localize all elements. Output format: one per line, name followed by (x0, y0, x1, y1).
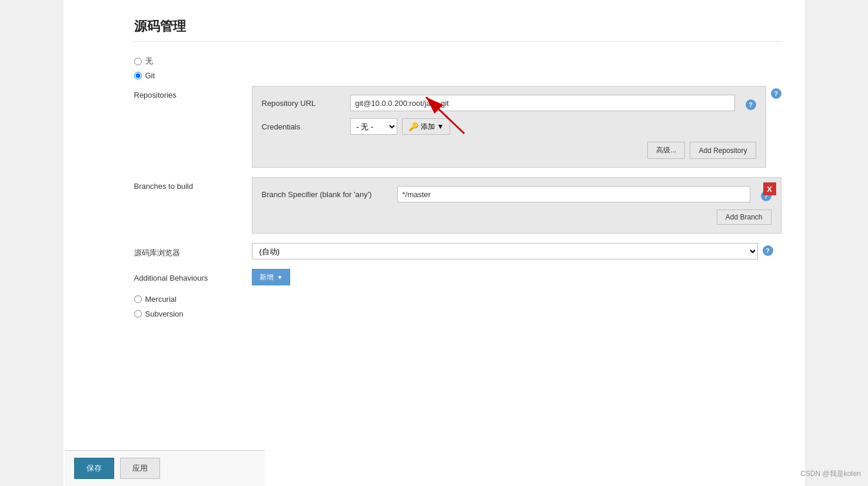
radio-subversion[interactable]: Subversion (134, 309, 781, 318)
credentials-controls: - 无 - 🔑 添加 ▼ (350, 118, 451, 135)
radio-subversion-input[interactable] (134, 310, 142, 318)
source-browser-section-row: 源码库浏览器 (自动) ? (134, 243, 781, 259)
add-credentials-button[interactable]: 🔑 添加 ▼ (402, 118, 451, 135)
radio-git[interactable]: Git (134, 71, 781, 80)
add-credentials-label: 添加 (421, 122, 435, 132)
repositories-label: Repositories (134, 86, 252, 99)
advanced-button[interactable]: 高级... (647, 142, 685, 159)
key-icon: 🔑 (408, 122, 418, 131)
bottom-radio-group: Mercurial Subversion (134, 295, 781, 318)
radio-git-input[interactable] (134, 72, 142, 79)
additional-behaviours-content: 新增 ▼ (252, 269, 291, 285)
radio-subversion-label: Subversion (145, 309, 184, 318)
radio-none-input[interactable] (134, 58, 142, 65)
add-branch-button[interactable]: Add Branch (717, 209, 771, 225)
branches-section-row: Branches to build X Branch Specifier (bl… (134, 177, 781, 234)
repo-buttons-row: 高级... Add Repository (262, 142, 756, 159)
repositories-section-help-icon[interactable]: ? (771, 88, 781, 99)
radio-none[interactable]: 无 (134, 56, 781, 66)
add-behaviour-label: 新增 (260, 272, 274, 282)
branches-label: Branches to build (134, 177, 252, 191)
radio-mercurial-label: Mercurial (145, 295, 177, 304)
remove-branch-button[interactable]: X (763, 182, 776, 195)
page-title: 源码管理 (134, 18, 781, 42)
save-button[interactable]: 保存 (74, 458, 114, 479)
apply-button[interactable]: 应用 (120, 458, 160, 479)
scm-radio-group: 无 Git (134, 56, 781, 80)
repo-url-label: Repository URL (262, 99, 344, 108)
source-browser-select[interactable]: (自动) (252, 243, 758, 259)
credentials-label: Credentials (262, 122, 344, 131)
additional-behaviours-row: Additional Behaviours 新增 ▼ (134, 269, 781, 285)
radio-mercurial-input[interactable] (134, 295, 142, 303)
radio-none-label: 无 (145, 56, 153, 66)
radio-mercurial[interactable]: Mercurial (134, 295, 781, 304)
credentials-select[interactable]: - 无 - (350, 118, 397, 135)
branch-specifier-input[interactable] (397, 186, 750, 202)
branches-content: X Branch Specifier (blank for 'any') ? A… (252, 177, 781, 234)
red-arrow-annotation (370, 81, 488, 151)
radio-git-label: Git (145, 71, 155, 80)
branch-buttons-row: Add Branch (262, 209, 771, 225)
branch-specifier-label: Branch Specifier (blank for 'any') (262, 190, 391, 199)
add-repository-button[interactable]: Add Repository (690, 142, 756, 159)
bottom-bar: 保存 应用 (65, 450, 265, 486)
additional-behaviours-label: Additional Behaviours (134, 269, 252, 282)
repo-url-row: Repository URL ? (262, 95, 756, 111)
source-browser-help-icon[interactable]: ? (763, 245, 773, 256)
add-behaviour-button[interactable]: 新增 ▼ (252, 269, 291, 285)
csdn-watermark: CSDN @我是koten (800, 469, 861, 479)
branch-specifier-row: Branch Specifier (blank for 'any') ? (262, 186, 771, 202)
repositories-content: Repository URL ? Credentials - 无 - 🔑 添加 (252, 86, 766, 168)
chevron-down-icon: ▼ (277, 274, 283, 281)
chevron-down-icon: ▼ (437, 122, 444, 131)
repo-url-help-icon[interactable]: ? (746, 99, 756, 110)
source-browser-label: 源码库浏览器 (134, 243, 252, 258)
credentials-row: Credentials - 无 - 🔑 添加 ▼ (262, 118, 756, 135)
repo-url-input[interactable] (350, 95, 735, 111)
repositories-section-row: Repositories Repository URL ? Credential… (134, 86, 781, 168)
